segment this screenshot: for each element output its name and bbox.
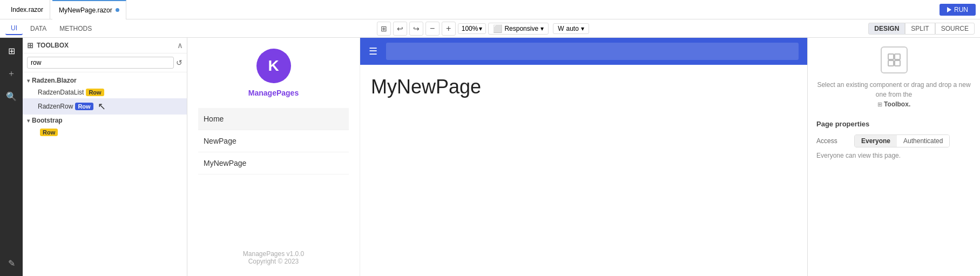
responsive-icon: ⬜: [493, 24, 502, 33]
layout-icon-btn[interactable]: ⊞: [377, 22, 391, 36]
component-placeholder-icon: [881, 46, 908, 73]
authenticated-btn[interactable]: Authenticated: [897, 135, 949, 147]
toolbox-search-row: ↺: [23, 53, 187, 72]
zoom-chevron: ▾: [479, 25, 482, 32]
toolbox-item-radzenrow[interactable]: RadzenRow Row ↖: [23, 98, 187, 115]
app-sidebar: K ManagePages Home NewPage MyNewPage Man…: [187, 38, 360, 276]
right-panel-icon-area: [816, 46, 971, 73]
split-btn[interactable]: SPLIT: [905, 23, 935, 35]
app-name: ManagePages: [248, 89, 299, 97]
design-btn[interactable]: DESIGN: [868, 23, 905, 35]
hint-toolbox: Toolbox.: [884, 100, 910, 108]
svg-rect-1: [895, 54, 900, 59]
plus-icon[interactable]: ＋: [3, 65, 20, 82]
toolbox-title: TOOLBOX: [37, 42, 174, 49]
nav-item-mynewpage[interactable]: MyNewPage: [198, 152, 349, 174]
sub-toolbar: UI DATA METHODS ⊞ ↩ ↪ − + 100% ▾ ⬜ Respo…: [0, 19, 980, 38]
item1-label: RadzenDataList: [38, 89, 84, 96]
item1-badge: Row: [86, 89, 104, 96]
nav-item-home[interactable]: Home: [198, 108, 349, 130]
run-icon: [947, 7, 951, 12]
toolbox-header: ⊞ TOOLBOX ∧: [23, 38, 187, 53]
responsive-selector[interactable]: ⬜ Responsive ▾: [488, 23, 549, 35]
access-toggle: Everyone Authenticated: [854, 134, 950, 147]
group-radzen-label: Radzen.Blazor: [32, 77, 77, 84]
item3-badge: Row: [40, 129, 58, 136]
toolbox-grid-icon: ⊞: [27, 41, 33, 50]
app-logo-letter: K: [268, 57, 279, 75]
hamburger-icon[interactable]: ☰: [369, 45, 377, 57]
zoom-in-btn[interactable]: +: [442, 22, 456, 36]
toolbox-collapse-btn[interactable]: ∧: [177, 41, 183, 50]
tab-mynewpage-label: MyNewPage.razor: [59, 6, 112, 14]
top-bar: Index.razor MyNewPage.razor RUN: [0, 0, 980, 19]
redo-btn[interactable]: ↪: [409, 22, 423, 36]
toolbox-item-bootstrap-row[interactable]: Row: [23, 126, 187, 138]
zoom-selector[interactable]: 100% ▾: [458, 23, 486, 34]
footer-copyright: Copyright © 2023: [243, 258, 304, 265]
undo-btn[interactable]: ↩: [393, 22, 407, 36]
tab-modified-dot: [116, 8, 119, 12]
group-arrow-icon: ▾: [27, 78, 30, 84]
svg-rect-0: [888, 54, 894, 59]
w-label: W: [558, 25, 564, 32]
hint-text: Select an existing component or drag and…: [817, 81, 970, 98]
toolbox-item-radzendatalistrow[interactable]: RadzenDataList Row: [23, 86, 187, 98]
group-bootstrap[interactable]: ▾ Bootstrap: [23, 115, 187, 126]
page-title: MyNewPage: [360, 65, 807, 109]
tab-data[interactable]: DATA: [25, 23, 52, 35]
toolbox-search-input[interactable]: [27, 57, 174, 69]
toolbox-icon-inline: ⊞: [877, 101, 882, 107]
group-bootstrap-label: Bootstrap: [32, 117, 63, 124]
tab-index-label: Index.razor: [11, 6, 43, 14]
right-panel: Select an existing component or drag and…: [807, 38, 980, 276]
tab-methods[interactable]: METHODS: [54, 23, 97, 35]
app-nav: Home NewPage MyNewPage: [198, 108, 349, 174]
cursor-pointer-icon: ↖: [98, 100, 106, 112]
toolbox-refresh-btn[interactable]: ↺: [176, 58, 183, 67]
item2-badge: Row: [75, 103, 93, 110]
svg-rect-2: [888, 60, 894, 66]
zoom-value: 100%: [462, 25, 478, 32]
group-bootstrap-arrow: ▾: [27, 118, 30, 124]
tab-mynewpage-razor[interactable]: MyNewPage.razor: [52, 0, 126, 19]
run-button[interactable]: RUN: [940, 4, 976, 16]
item2-label: RadzenRow: [38, 103, 73, 110]
toolbox-list: ▾ Radzen.Blazor RadzenDataList Row Radze…: [23, 72, 187, 276]
page-properties-title: Page properties: [816, 120, 971, 128]
app-logo: K: [256, 49, 291, 83]
page-frame: K ManagePages Home NewPage MyNewPage Man…: [187, 38, 807, 276]
main-layout: ⊞ ＋ 🔍 ✎ ⊞ TOOLBOX ∧ ↺ ▾ Radzen.Blazor Ra…: [0, 38, 980, 276]
icon-sidebar: ⊞ ＋ 🔍 ✎: [0, 38, 23, 276]
run-label: RUN: [954, 6, 968, 14]
everyone-btn[interactable]: Everyone: [855, 135, 897, 147]
source-btn[interactable]: SOURCE: [935, 23, 975, 35]
toolbox-panel: ⊞ TOOLBOX ∧ ↺ ▾ Radzen.Blazor RadzenData…: [23, 38, 187, 276]
tab-ui[interactable]: UI: [5, 22, 23, 35]
responsive-label: Responsive: [504, 25, 538, 32]
search-sidebar-icon[interactable]: 🔍: [3, 87, 20, 105]
code-icon[interactable]: ✎: [3, 254, 20, 272]
components-icon[interactable]: ⊞: [3, 42, 20, 59]
right-panel-hint: Select an existing component or drag and…: [816, 80, 971, 109]
zoom-out-btn[interactable]: −: [425, 22, 440, 36]
app-topbar: ☰: [360, 38, 807, 65]
group-radzen-blazor[interactable]: ▾ Radzen.Blazor: [23, 75, 187, 86]
access-hint: Everyone can view this page.: [816, 152, 971, 159]
footer-version: ManagePages v1.0.0: [243, 250, 304, 258]
tab-index-razor[interactable]: Index.razor: [4, 0, 50, 19]
width-selector[interactable]: W auto ▾: [553, 23, 589, 34]
access-row: Access Everyone Authenticated: [816, 134, 971, 147]
svg-rect-3: [895, 60, 900, 66]
canvas-area: K ManagePages Home NewPage MyNewPage Man…: [187, 38, 807, 276]
view-mode-toggle: DESIGN SPLIT SOURCE: [868, 23, 975, 35]
nav-item-newpage[interactable]: NewPage: [198, 130, 349, 152]
app-preview: K ManagePages Home NewPage MyNewPage Man…: [187, 38, 807, 276]
topbar-content-area: [386, 43, 799, 60]
auto-label: auto: [566, 25, 578, 32]
app-main: ☰ MyNewPage: [360, 38, 807, 276]
access-label: Access: [816, 137, 849, 145]
w-chevron: ▾: [581, 25, 584, 32]
canvas-inner: K ManagePages Home NewPage MyNewPage Man…: [187, 38, 807, 276]
app-footer: ManagePages v1.0.0 Copyright © 2023: [243, 239, 304, 265]
